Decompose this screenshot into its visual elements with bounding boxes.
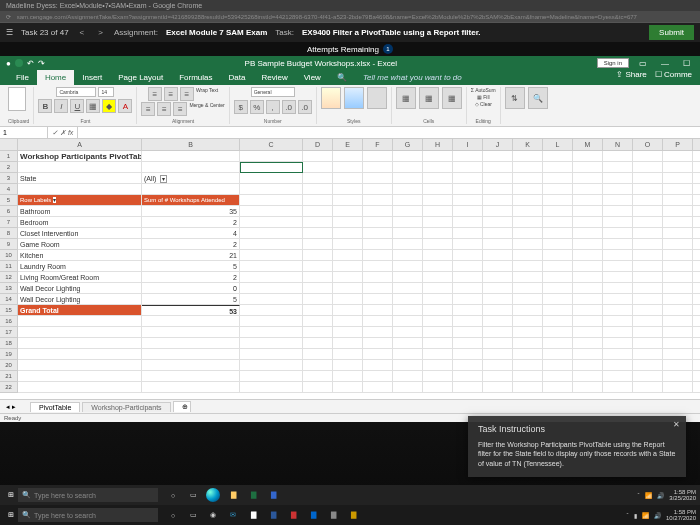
cell[interactable] xyxy=(363,305,393,316)
cell[interactable] xyxy=(483,239,513,250)
cell[interactable] xyxy=(513,162,543,173)
cell[interactable] xyxy=(543,206,573,217)
cell[interactable] xyxy=(142,338,240,349)
cell[interactable] xyxy=(543,272,573,283)
cell[interactable] xyxy=(573,173,603,184)
cell[interactable] xyxy=(483,195,513,206)
cell[interactable] xyxy=(603,371,633,382)
mail-icon[interactable]: ✉ xyxy=(226,508,240,522)
cell[interactable] xyxy=(543,250,573,261)
cell[interactable] xyxy=(303,206,333,217)
next-task-button[interactable]: > xyxy=(95,28,106,37)
qat-save-icon[interactable] xyxy=(15,59,23,67)
pivot-row-label[interactable]: Laundry Room xyxy=(18,261,142,272)
cell[interactable] xyxy=(453,294,483,305)
cell[interactable] xyxy=(303,338,333,349)
cell[interactable] xyxy=(513,228,543,239)
cell[interactable] xyxy=(303,151,333,162)
cell[interactable] xyxy=(423,272,453,283)
formula-input[interactable] xyxy=(78,127,700,138)
cell[interactable] xyxy=(483,316,513,327)
start-button-2[interactable]: ⊞ xyxy=(4,508,18,522)
cell[interactable] xyxy=(363,349,393,360)
cell[interactable] xyxy=(573,239,603,250)
conditional-formatting-button[interactable] xyxy=(321,87,341,109)
cell[interactable] xyxy=(303,239,333,250)
cell[interactable] xyxy=(363,294,393,305)
cell[interactable] xyxy=(423,184,453,195)
grand-total-label[interactable]: Grand Total xyxy=(18,305,142,316)
qat-undo-icon[interactable]: ↶ xyxy=(27,59,34,68)
report-filter-dropdown[interactable]: (All) ▾ xyxy=(142,173,240,184)
cell-styles-button[interactable] xyxy=(367,87,387,109)
cell[interactable] xyxy=(663,151,693,162)
row-header[interactable]: 21 xyxy=(0,371,18,382)
cell[interactable] xyxy=(393,371,423,382)
cell[interactable] xyxy=(603,184,633,195)
row-header[interactable]: 2 xyxy=(0,162,18,173)
font-size-select[interactable]: 14 xyxy=(98,87,114,97)
cell[interactable] xyxy=(483,228,513,239)
ribbon-options-icon[interactable]: ▭ xyxy=(635,59,651,68)
search-icon[interactable]: 🔍 xyxy=(329,70,355,85)
cell[interactable] xyxy=(603,151,633,162)
cell[interactable] xyxy=(18,349,142,360)
cell[interactable] xyxy=(333,305,363,316)
cell[interactable] xyxy=(18,360,142,371)
cell[interactable] xyxy=(303,195,333,206)
cell[interactable] xyxy=(240,305,303,316)
cell[interactable] xyxy=(18,327,142,338)
cell[interactable] xyxy=(573,195,603,206)
tray-network-icon[interactable]: 📶 xyxy=(645,492,652,499)
cell[interactable] xyxy=(513,305,543,316)
cell[interactable] xyxy=(603,162,633,173)
cell[interactable] xyxy=(513,382,543,393)
cell[interactable] xyxy=(333,173,363,184)
cell[interactable] xyxy=(423,316,453,327)
cell[interactable] xyxy=(483,382,513,393)
cell[interactable] xyxy=(543,283,573,294)
cell[interactable] xyxy=(363,382,393,393)
cell[interactable] xyxy=(513,338,543,349)
pivot-row-value[interactable]: 2 xyxy=(142,272,240,283)
cell[interactable] xyxy=(573,316,603,327)
cell[interactable] xyxy=(603,349,633,360)
cell[interactable] xyxy=(453,371,483,382)
taskview-icon[interactable]: ▭ xyxy=(186,488,200,502)
cell[interactable] xyxy=(663,272,693,283)
cell[interactable] xyxy=(603,228,633,239)
cell[interactable] xyxy=(363,250,393,261)
cell[interactable] xyxy=(693,228,700,239)
column-header[interactable]: Q xyxy=(693,139,700,151)
cell[interactable] xyxy=(363,151,393,162)
cell[interactable] xyxy=(363,360,393,371)
cell[interactable] xyxy=(303,327,333,338)
sheet-tab-pivottable[interactable]: PivotTable xyxy=(30,402,80,412)
cell[interactable] xyxy=(393,294,423,305)
name-box[interactable]: 1 xyxy=(0,127,48,138)
row-header[interactable]: 7 xyxy=(0,217,18,228)
cell[interactable] xyxy=(303,305,333,316)
cell[interactable] xyxy=(543,151,573,162)
url-bar[interactable]: ⟳ sam.cengage.com/AssignmentTake/Exam?as… xyxy=(0,11,700,23)
explorer-icon[interactable]: ▇ xyxy=(226,488,240,502)
cell[interactable] xyxy=(303,173,333,184)
cell[interactable] xyxy=(693,316,700,327)
cell[interactable] xyxy=(333,151,363,162)
cell[interactable] xyxy=(693,294,700,305)
cell[interactable] xyxy=(513,151,543,162)
cell[interactable] xyxy=(573,250,603,261)
row-header[interactable]: 14 xyxy=(0,294,18,305)
cell[interactable] xyxy=(693,327,700,338)
column-header[interactable]: L xyxy=(543,139,573,151)
cell[interactable] xyxy=(423,305,453,316)
cell[interactable] xyxy=(363,261,393,272)
cell[interactable] xyxy=(663,305,693,316)
pivot-row-value[interactable]: 2 xyxy=(142,217,240,228)
cell[interactable] xyxy=(543,360,573,371)
format-as-table-button[interactable] xyxy=(344,87,364,109)
row-header[interactable]: 1 xyxy=(0,151,18,162)
select-all-corner[interactable] xyxy=(0,139,18,151)
cell[interactable] xyxy=(663,294,693,305)
cell[interactable] xyxy=(423,371,453,382)
